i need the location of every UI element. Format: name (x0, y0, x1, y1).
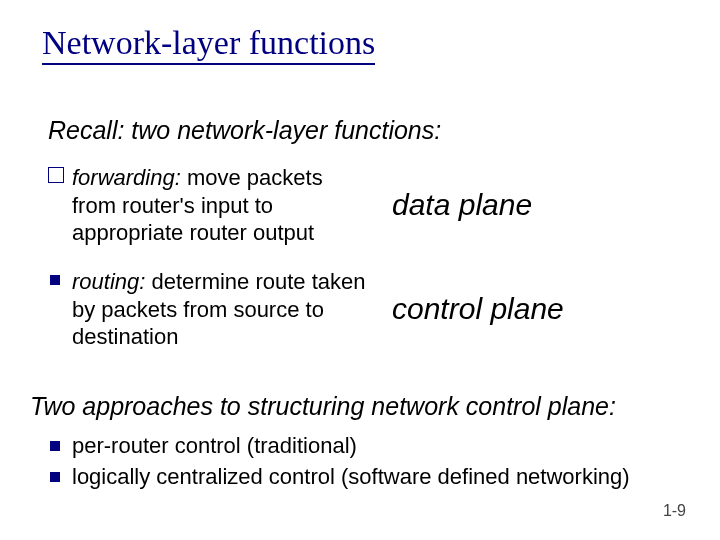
bullet-routing: routing: determine route taken by packet… (48, 268, 688, 351)
square-bullet-icon (50, 441, 60, 451)
routing-term: routing: (72, 269, 145, 294)
approach-1-text: per-router control (traditional) (72, 432, 357, 461)
slide-title: Network-layer functions (42, 24, 375, 65)
checkbox-bullet-icon (48, 167, 64, 183)
square-bullet-icon (50, 275, 60, 285)
slide: Network-layer functions Recall: two netw… (0, 0, 720, 540)
approaches-heading: Two approaches to structuring network co… (30, 392, 616, 421)
approaches-list: per-router control (traditional) logical… (48, 432, 630, 493)
page-number: 1-9 (663, 502, 686, 520)
square-bullet-icon (50, 472, 60, 482)
approach-item-1: per-router control (traditional) (48, 432, 630, 461)
control-plane-label: control plane (392, 292, 564, 326)
approach-2-text: logically centralized control (software … (72, 463, 630, 492)
approach-item-2: logically centralized control (software … (48, 463, 630, 492)
data-plane-label: data plane (392, 188, 532, 222)
forwarding-text: forwarding: move packets from router's i… (72, 164, 372, 247)
routing-text: routing: determine route taken by packet… (72, 268, 372, 351)
recall-line: Recall: two network-layer functions: (48, 116, 441, 145)
bullet-forwarding: forwarding: move packets from router's i… (48, 164, 688, 247)
forwarding-term: forwarding: (72, 165, 181, 190)
